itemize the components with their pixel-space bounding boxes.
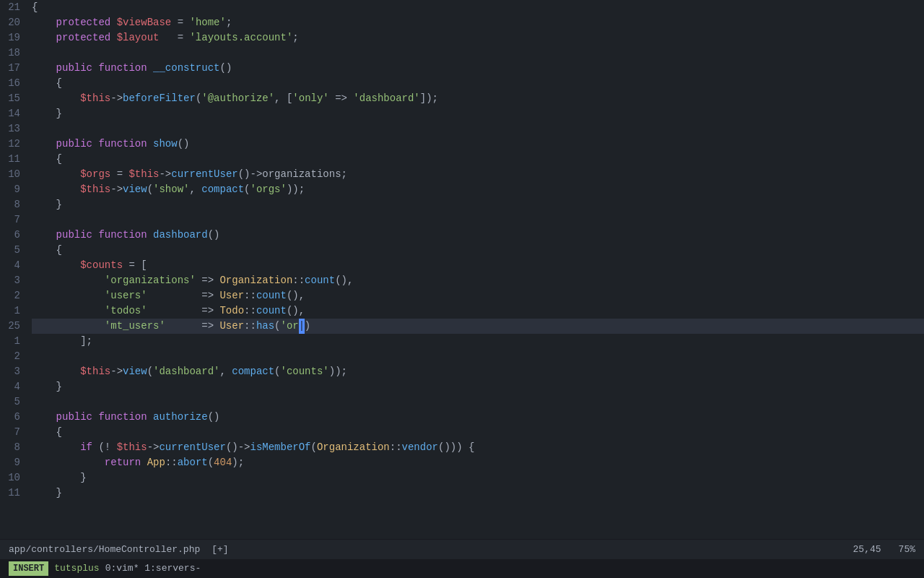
- code-area[interactable]: 21 20 19 18 17 16 15 14 13 12 11 10 9 8 …: [0, 0, 924, 539]
- code-line: protected $viewBase = 'home';: [32, 15, 924, 30]
- code-line: [32, 121, 924, 137]
- editor-container: 21 20 19 18 17 16 15 14 13 12 11 10 9 8 …: [0, 0, 924, 578]
- code-line: public function dashboard(): [32, 228, 924, 243]
- code-line: {: [32, 243, 924, 258]
- code-line: }: [32, 486, 924, 501]
- code-line: if (! $this->currentUser()->isMemberOf(O…: [32, 440, 924, 455]
- cursor-line: 'mt_users' => User::has('or|): [32, 319, 924, 334]
- code-line: protected $layout = 'layouts.account';: [32, 30, 924, 46]
- code-content[interactable]: { protected $viewBase = 'home'; protecte…: [29, 0, 924, 539]
- modified-indicator: [+]: [212, 543, 228, 557]
- code-line: public function __construct(): [32, 61, 924, 76]
- insert-mode-badge: INSERT: [9, 561, 48, 576]
- code-line: }: [32, 379, 924, 394]
- cursor-position: 25,45: [853, 543, 881, 557]
- code-line: ];: [32, 334, 924, 349]
- code-line: 'organizations' => Organization::count()…: [32, 273, 924, 288]
- code-line: {: [32, 76, 924, 91]
- code-line: public function show(): [32, 137, 924, 152]
- terminal-tabs: 0:vim* 1:servers-: [105, 561, 201, 576]
- line-numbers: 21 20 19 18 17 16 15 14 13 12 11 10 9 8 …: [0, 0, 29, 539]
- status-bar: app/controllers/HomeController.php [+] 2…: [0, 539, 924, 559]
- code-line: }: [32, 470, 924, 486]
- code-line: $this->view('dashboard', compact('counts…: [32, 364, 924, 379]
- code-line: {: [32, 152, 924, 167]
- code-line: 'users' => User::count(),: [32, 288, 924, 303]
- zoom-level: 75%: [899, 543, 915, 557]
- status-right: 25,45 75%: [853, 543, 915, 557]
- filepath: app/controllers/HomeController.php: [9, 543, 200, 557]
- code-line: $this->view('show', compact('orgs'));: [32, 182, 924, 197]
- code-line: [32, 349, 924, 364]
- code-line: {: [32, 0, 924, 15]
- code-line: $this->beforeFilter('@authorize', ['only…: [32, 91, 924, 106]
- code-line: $counts = [: [32, 258, 924, 273]
- terminal-session: tutsplus: [54, 561, 99, 576]
- code-line: return App::abort(404);: [32, 455, 924, 470]
- code-line: public function authorize(): [32, 410, 924, 425]
- code-line: }: [32, 197, 924, 212]
- code-line: $orgs = $this->currentUser()->organizati…: [32, 167, 924, 182]
- code-line: {: [32, 425, 924, 440]
- terminal-bar: INSERT tutsplus 0:vim* 1:servers-: [0, 559, 924, 578]
- code-line: [32, 46, 924, 61]
- code-line: [32, 212, 924, 228]
- code-line: }: [32, 106, 924, 121]
- code-line: 'todos' => Todo::count(),: [32, 303, 924, 319]
- status-left: app/controllers/HomeController.php [+]: [9, 543, 229, 557]
- code-line: [32, 394, 924, 410]
